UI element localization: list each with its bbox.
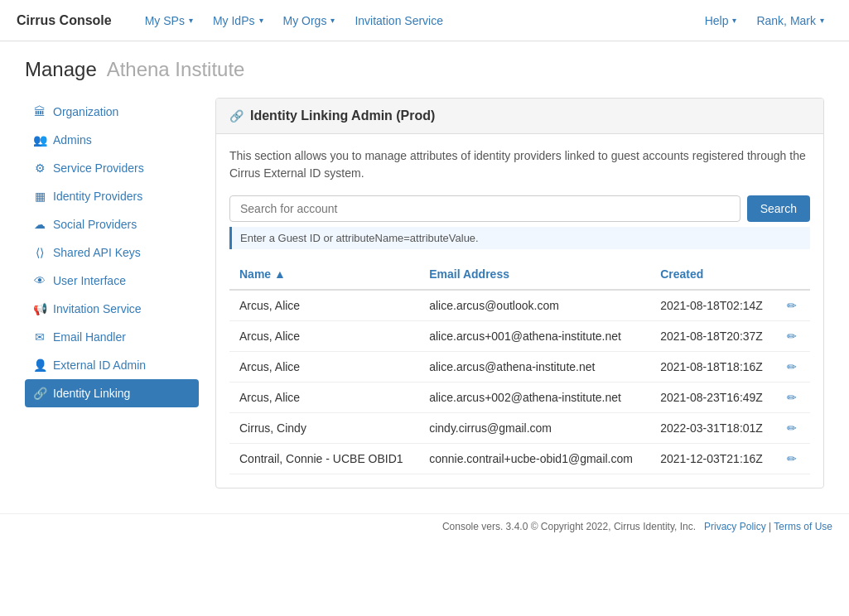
- cell-email: alice.arcus+002@athena-institute.net: [419, 383, 650, 413]
- description: This section allows you to manage attrib…: [229, 147, 810, 182]
- external-id-icon: 👤: [33, 359, 46, 372]
- nav-user-menu[interactable]: Rank, Mark ▾: [748, 9, 832, 32]
- table-row: Cirrus, Cindy cindy.cirrus@gmail.com 202…: [229, 413, 810, 444]
- social-providers-icon: ☁: [33, 218, 46, 231]
- invitation-service-icon: 📢: [33, 302, 46, 315]
- data-table: Name ▲ Email Address Created: [229, 259, 810, 474]
- nav-invitation-service[interactable]: Invitation Service: [346, 9, 451, 32]
- search-row: Search: [229, 195, 810, 222]
- edit-icon[interactable]: ✏: [787, 299, 797, 312]
- table-body: Arcus, Alice alice.arcus@outlook.com 202…: [229, 290, 810, 474]
- cell-created: 2021-12-03T21:16Z: [650, 444, 777, 474]
- sidebar-item-admins[interactable]: 👥 Admins: [25, 126, 199, 154]
- nav-my-sps[interactable]: My SPs ▾: [137, 9, 201, 32]
- page-title: Manage: [25, 58, 97, 80]
- sidebar-item-identity-linking[interactable]: 🔗 Identity Linking: [25, 379, 199, 407]
- service-providers-icon: ⚙: [33, 161, 46, 175]
- terms-of-use-link[interactable]: Terms of Use: [774, 521, 832, 532]
- cell-name: Arcus, Alice: [229, 290, 419, 321]
- table-row: Arcus, Alice alice.arcus@outlook.com 202…: [229, 290, 810, 321]
- cell-created: 2021-08-18T18:16Z: [650, 352, 777, 383]
- card-header: 🔗 Identity Linking Admin (Prod): [216, 99, 823, 134]
- sidebar-item-user-interface[interactable]: 👁 User Interface: [25, 267, 199, 295]
- cell-email: alice.arcus+001@athena-institute.net: [419, 321, 650, 352]
- chevron-down-icon: ▾: [820, 16, 824, 25]
- cell-created: 2022-03-31T18:01Z: [650, 413, 777, 444]
- cell-name: Arcus, Alice: [229, 321, 419, 352]
- search-input[interactable]: [229, 195, 740, 222]
- cell-created: 2021-08-18T20:37Z: [650, 321, 777, 352]
- email-handler-icon: ✉: [33, 330, 46, 344]
- sidebar-item-organization[interactable]: 🏛 Organization: [25, 98, 199, 126]
- cell-name: Cirrus, Cindy: [229, 413, 419, 444]
- col-name[interactable]: Name ▲: [229, 259, 419, 290]
- sidebar-item-invitation-service[interactable]: 📢 Invitation Service: [25, 295, 199, 323]
- card-header-icon: 🔗: [229, 109, 244, 123]
- edit-icon[interactable]: ✏: [787, 330, 797, 343]
- nav-help[interactable]: Help ▾: [697, 9, 745, 32]
- cell-email: connie.contrail+ucbe-obid1@gmail.com: [419, 444, 650, 474]
- identity-linking-icon: 🔗: [33, 387, 46, 400]
- cell-name: Contrail, Connie - UCBE OBID1: [229, 444, 419, 474]
- nav-my-idps[interactable]: My IdPs ▾: [205, 9, 272, 32]
- cell-email: alice.arcus@athena-institute.net: [419, 352, 650, 383]
- content-card: 🔗 Identity Linking Admin (Prod) This sec…: [215, 98, 824, 488]
- nav-items: My SPs ▾ My IdPs ▾ My Orgs ▾ Invitation …: [137, 9, 697, 32]
- chevron-down-icon: ▾: [259, 16, 263, 25]
- main-layout: 🏛 Organization 👥 Admins ⚙ Service Provid…: [0, 89, 849, 497]
- top-navigation: Cirrus Console My SPs ▾ My IdPs ▾ My Org…: [0, 0, 849, 41]
- cell-email: cindy.cirrus@gmail.com: [419, 413, 650, 444]
- cell-created: 2021-08-18T02:14Z: [650, 290, 777, 321]
- chevron-down-icon: ▾: [732, 16, 736, 25]
- search-hint: Enter a Guest ID or attributeName=attrib…: [229, 227, 810, 249]
- chevron-down-icon: ▾: [330, 16, 335, 25]
- table-row: Contrail, Connie - UCBE OBID1 connie.con…: [229, 444, 810, 474]
- col-email: Email Address: [419, 259, 650, 290]
- footer: Console vers. 3.4.0 © Copyright 2022, Ci…: [0, 513, 849, 539]
- organization-icon: 🏛: [33, 105, 46, 118]
- cell-action: ✏: [777, 321, 810, 352]
- sidebar-item-identity-providers[interactable]: ▦ Identity Providers: [25, 182, 199, 210]
- footer-text: Console vers. 3.4.0 © Copyright 2022, Ci…: [442, 521, 696, 532]
- search-button[interactable]: Search: [747, 195, 810, 222]
- table-row: Arcus, Alice alice.arcus@athena-institut…: [229, 352, 810, 383]
- cell-action: ✏: [777, 444, 810, 474]
- cell-name: Arcus, Alice: [229, 352, 419, 383]
- nav-my-orgs[interactable]: My Orgs ▾: [275, 9, 344, 32]
- content-area: 🔗 Identity Linking Admin (Prod) This sec…: [215, 98, 824, 488]
- table-header-row: Name ▲ Email Address Created: [229, 259, 810, 290]
- footer-separator: |: [769, 521, 771, 532]
- table-header: Name ▲ Email Address Created: [229, 259, 810, 290]
- cell-name: Arcus, Alice: [229, 383, 419, 413]
- col-created: Created: [650, 259, 777, 290]
- cell-action: ✏: [777, 352, 810, 383]
- cell-action: ✏: [777, 413, 810, 444]
- sidebar-item-shared-api-keys[interactable]: ⟨⟩ Shared API Keys: [25, 238, 199, 267]
- brand-logo: Cirrus Console: [17, 13, 112, 28]
- edit-icon[interactable]: ✏: [787, 452, 797, 465]
- privacy-policy-link[interactable]: Privacy Policy: [704, 521, 766, 532]
- admins-icon: 👥: [33, 133, 46, 147]
- page-subtitle: Athena Institute: [107, 58, 245, 80]
- table-row: Arcus, Alice alice.arcus+001@athena-inst…: [229, 321, 810, 352]
- card-title: Identity Linking Admin (Prod): [250, 108, 435, 123]
- cell-action: ✏: [777, 383, 810, 413]
- chevron-down-icon: ▾: [189, 16, 193, 25]
- api-keys-icon: ⟨⟩: [33, 246, 46, 259]
- cell-created: 2021-08-23T16:49Z: [650, 383, 777, 413]
- sidebar-item-service-providers[interactable]: ⚙ Service Providers: [25, 154, 199, 182]
- sidebar: 🏛 Organization 👥 Admins ⚙ Service Provid…: [25, 98, 199, 488]
- edit-icon[interactable]: ✏: [787, 360, 797, 373]
- page-header: Manage Athena Institute: [0, 41, 849, 89]
- sidebar-item-social-providers[interactable]: ☁ Social Providers: [25, 210, 199, 238]
- table-row: Arcus, Alice alice.arcus+002@athena-inst…: [229, 383, 810, 413]
- edit-icon[interactable]: ✏: [787, 391, 797, 404]
- cell-email: alice.arcus@outlook.com: [419, 290, 650, 321]
- identity-providers-icon: ▦: [33, 190, 46, 203]
- sidebar-item-external-id-admin[interactable]: 👤 External ID Admin: [25, 351, 199, 379]
- sidebar-item-email-handler[interactable]: ✉ Email Handler: [25, 323, 199, 351]
- col-action: [777, 259, 810, 290]
- card-body: This section allows you to manage attrib…: [216, 134, 823, 488]
- nav-right: Help ▾ Rank, Mark ▾: [697, 9, 832, 32]
- edit-icon[interactable]: ✏: [787, 421, 797, 435]
